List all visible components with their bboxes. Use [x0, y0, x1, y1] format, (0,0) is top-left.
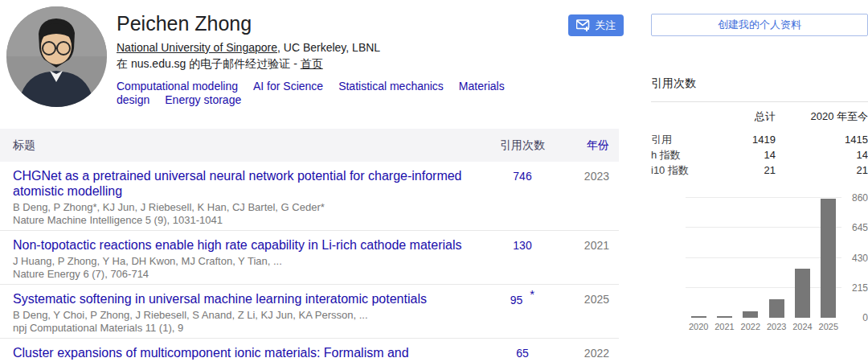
paper-cited-by: 130 [482, 237, 563, 281]
chart-x-tick-label: 2020 [686, 322, 711, 331]
chart-y-tick-label: 860 [844, 192, 868, 204]
chart-gridline [686, 227, 841, 228]
chart-x-tick-label: 2023 [764, 322, 789, 331]
publications-rows: CHGNet as a pretrained universal neural … [0, 162, 619, 362]
chart-bar-2023[interactable] [769, 299, 784, 318]
paper-cited-by: 95* [482, 291, 563, 335]
chart-y-tick-label: 0 [844, 312, 868, 323]
profile-info: Peichen Zhong National University of Sin… [117, 11, 559, 107]
interest-link-1[interactable]: AI for Science [253, 80, 323, 93]
chart-gridline [686, 257, 841, 258]
cited-by-row-label: h 指数 [651, 147, 715, 162]
column-header-cited-by[interactable]: 引用次数 [482, 138, 563, 153]
cited-by-table: 总计 2020 年至今 引用14191415h 指数1414i10 指数2121 [651, 101, 868, 178]
paper-star-icon: * [530, 287, 534, 301]
avatar[interactable] [6, 6, 107, 107]
paper-cited-by: 746 [482, 168, 563, 227]
paper-row: Systematic softening in universal machin… [0, 285, 619, 339]
interest-link-0[interactable]: Computational modeling [117, 80, 238, 93]
cited-by-panel: 引用次数 总计 2020 年至今 引用14191415h 指数1414i10 指… [651, 76, 868, 178]
paper-year: 2023 [563, 168, 619, 227]
chart-bar-2024[interactable] [795, 269, 810, 318]
verified-text: 在 nus.edu.sg 的电子邮件经过验证 - [117, 57, 301, 70]
cited-by-row-since: 14 [776, 147, 868, 162]
paper-year: 2021 [563, 237, 619, 281]
paper-title-link[interactable]: Systematic softening in universal machin… [13, 291, 482, 306]
chart-y-tick-label: 645 [844, 222, 868, 233]
chart-x-tick-label: 2021 [712, 322, 738, 331]
paper-authors: B Deng, Y Choi, P Zhong, J Riebesell, S … [13, 309, 482, 322]
profile-name: Peichen Zhong [117, 11, 559, 35]
cited-by-row-since: 1415 [776, 132, 868, 147]
paper-row: CHGNet as a pretrained universal neural … [0, 162, 619, 231]
cited-by-row: 引用14191415 [651, 132, 868, 147]
cited-by-row: i10 指数2121 [651, 162, 868, 178]
cited-by-row-all: 21 [715, 162, 776, 178]
paper-main: Cluster expansions of multicomponent ion… [0, 345, 482, 362]
follow-button[interactable]: 关注 [568, 14, 624, 36]
verified-email: 在 nus.edu.sg 的电子邮件经过验证 - 首页 [117, 56, 559, 71]
citations-histogram: 0215430645860202020212022202320242025 [686, 195, 868, 335]
chart-x-tick-label: 2025 [816, 322, 841, 331]
create-profile-button[interactable]: 创建我的个人资料 [651, 14, 868, 36]
paper-main: Systematic softening in universal machin… [0, 291, 482, 335]
chart-bar-2020[interactable] [691, 316, 706, 318]
cited-by-row-label: 引用 [651, 132, 715, 147]
paper-cited-by-link[interactable]: 95 [510, 294, 523, 306]
cited-by-row-all: 1419 [715, 132, 776, 147]
scholar-profile-page: Peichen Zhong National University of Sin… [0, 0, 868, 362]
chart-gridline [686, 287, 841, 288]
affiliation-rest: , UC Berkeley, LBNL [277, 41, 380, 54]
paper-year: 2025 [563, 291, 619, 335]
publications-table-header: 标题 引用次数 年份 [0, 129, 619, 162]
paper-venue: npj Computational Materials 11 (1), 9 [13, 322, 482, 335]
mail-plus-icon [576, 19, 590, 31]
paper-row: Cluster expansions of multicomponent ion… [0, 339, 619, 362]
paper-authors: J Huang, P Zhong, Y Ha, DH Kwon, MJ Craf… [13, 255, 482, 268]
cited-by-col-since: 2020 年至今 [776, 109, 868, 124]
column-header-year[interactable]: 年份 [563, 138, 619, 153]
chart-x-tick-label: 2022 [738, 322, 764, 331]
cited-by-rows: 引用14191415h 指数1414i10 指数2121 [651, 132, 868, 178]
paper-venue: Nature Machine Intelligence 5 (9), 1031-… [13, 214, 482, 227]
chart-bar-2022[interactable] [743, 311, 758, 318]
chart-y-tick-label: 215 [844, 282, 868, 294]
cited-by-row-since: 21 [776, 162, 868, 178]
interest-link-4[interactable]: Energy storage [165, 93, 241, 106]
paper-row: Non-topotactic reactions enable high rat… [0, 231, 619, 285]
paper-title-link[interactable]: Cluster expansions of multicomponent ion… [13, 345, 482, 362]
cited-by-col-all: 总计 [715, 109, 776, 124]
paper-cited-by-link[interactable]: 130 [513, 239, 531, 252]
paper-title-link[interactable]: Non-topotactic reactions enable high rat… [13, 237, 482, 253]
chart-plot-area [686, 198, 841, 318]
publications-table: 标题 引用次数 年份 CHGNet as a pretrained univer… [0, 129, 619, 362]
column-header-title: 标题 [0, 138, 482, 153]
avatar-photo [6, 6, 107, 107]
cited-by-row-all: 14 [715, 147, 776, 162]
chart-bar-2025[interactable] [821, 199, 836, 318]
cited-by-title[interactable]: 引用次数 [651, 76, 868, 91]
affiliation-link[interactable]: National University of Singapore [117, 41, 277, 54]
affiliation: National University of Singapore, UC Ber… [117, 40, 559, 55]
paper-main: CHGNet as a pretrained universal neural … [0, 168, 482, 227]
cited-by-row-label: i10 指数 [651, 162, 715, 178]
interest-link-2[interactable]: Statistical mechanics [338, 80, 444, 93]
paper-title-link[interactable]: CHGNet as a pretrained universal neural … [13, 168, 482, 199]
cited-by-header-row: 总计 2020 年至今 [651, 109, 868, 124]
homepage-link[interactable]: 首页 [301, 57, 323, 70]
follow-button-label: 关注 [595, 19, 616, 33]
paper-cited-by-link[interactable]: 746 [513, 170, 531, 183]
chart-gridline [686, 197, 841, 198]
paper-venue: Nature Energy 6 (7), 706-714 [13, 268, 482, 281]
paper-main: Non-topotactic reactions enable high rat… [0, 237, 482, 281]
paper-authors: B Deng, P Zhong*, KJ Jun, J Riebesell, K… [13, 201, 482, 214]
paper-cited-by-link[interactable]: 65 [516, 347, 529, 360]
paper-year: 2022 [563, 345, 619, 362]
interests-list: Computational modelingAI for ScienceStat… [117, 80, 559, 107]
chart-bar-2021[interactable] [717, 316, 732, 318]
chart-x-tick-label: 2024 [790, 322, 816, 331]
chart-y-tick-label: 430 [844, 253, 868, 264]
paper-cited-by: 65 [482, 345, 563, 362]
cited-by-row: h 指数1414 [651, 147, 868, 162]
